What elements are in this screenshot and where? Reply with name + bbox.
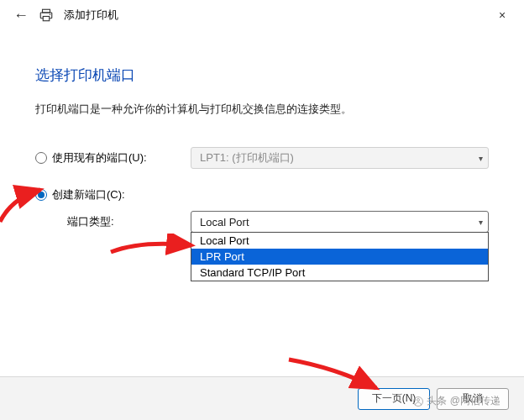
existing-port-field: LPT1: (打印机端口) ▾ bbox=[191, 147, 489, 169]
option-use-existing[interactable]: 使用现有的端口(U): bbox=[35, 150, 191, 165]
radio-create-new[interactable] bbox=[35, 189, 47, 201]
option-create-new-row: 创建新端口(C): bbox=[35, 187, 489, 202]
back-button[interactable]: ← bbox=[13, 8, 29, 23]
option-use-existing-row: 使用现有的端口(U): LPT1: (打印机端口) ▾ bbox=[35, 147, 489, 169]
port-type-label-col: 端口类型: bbox=[35, 214, 191, 229]
svg-point-3 bbox=[50, 14, 51, 16]
annotation-arrow bbox=[107, 234, 200, 259]
port-type-option[interactable]: Local Port bbox=[191, 233, 488, 249]
option-create-new[interactable]: 创建新端口(C): bbox=[35, 187, 191, 202]
port-type-field: Local Port ▾ Local Port LPR Port Standar… bbox=[191, 211, 489, 233]
chevron-down-icon: ▾ bbox=[479, 218, 483, 227]
printer-icon bbox=[39, 8, 54, 23]
radio-use-existing[interactable] bbox=[35, 152, 47, 164]
page-description: 打印机端口是一种允许你的计算机与打印机交换信息的连接类型。 bbox=[35, 102, 489, 117]
chevron-down-icon: ▾ bbox=[479, 154, 483, 163]
port-type-label: 端口类型: bbox=[67, 214, 114, 229]
port-type-selected: Local Port bbox=[200, 216, 249, 228]
port-type-option[interactable]: LPR Port bbox=[191, 249, 488, 265]
port-type-option[interactable]: Standard TCP/IP Port bbox=[191, 265, 488, 281]
content-area: 选择打印机端口 打印机端口是一种允许你的计算机与打印机交换信息的连接类型。 使用… bbox=[0, 30, 524, 233]
port-type-row: 端口类型: Local Port ▾ Local Port LPR Port S… bbox=[35, 211, 489, 233]
close-button[interactable]: × bbox=[484, 2, 521, 29]
existing-port-combo: LPT1: (打印机端口) ▾ bbox=[191, 147, 489, 169]
cancel-button[interactable]: 取消 bbox=[437, 388, 509, 410]
port-type-combo[interactable]: Local Port ▾ bbox=[191, 211, 489, 233]
page-heading: 选择打印机端口 bbox=[35, 66, 489, 85]
titlebar: ← 添加打印机 × bbox=[0, 0, 524, 30]
footer: 下一页(N) 取消 bbox=[0, 376, 524, 420]
window-title: 添加打印机 bbox=[64, 8, 118, 23]
option-create-new-label: 创建新端口(C): bbox=[52, 187, 125, 202]
existing-port-value: LPT1: (打印机端口) bbox=[200, 150, 294, 165]
option-use-existing-label: 使用现有的端口(U): bbox=[52, 150, 147, 165]
dialog-window: ← 添加打印机 × 选择打印机端口 打印机端口是一种允许你的计算机与打印机交换信… bbox=[0, 0, 524, 420]
next-button[interactable]: 下一页(N) bbox=[358, 388, 430, 410]
port-type-dropdown: Local Port LPR Port Standard TCP/IP Port bbox=[191, 232, 489, 281]
titlebar-left: ← 添加打印机 bbox=[13, 8, 118, 23]
svg-rect-2 bbox=[43, 17, 50, 21]
